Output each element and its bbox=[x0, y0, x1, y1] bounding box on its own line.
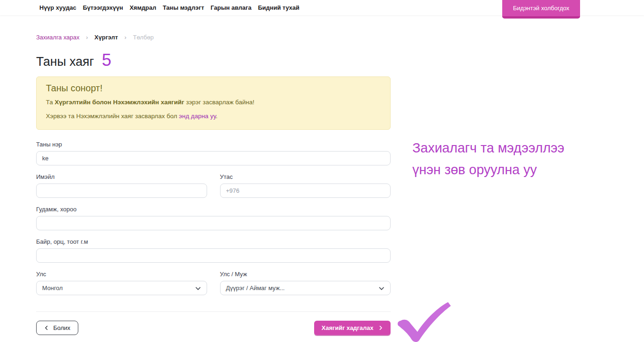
alert-line1-prefix: Та bbox=[46, 99, 55, 106]
province-select[interactable]: Дүүрэг / Аймаг муж... bbox=[220, 281, 391, 295]
alert-line2-period: . bbox=[216, 113, 218, 120]
street-field-group: Гудамж, хороо bbox=[36, 206, 391, 230]
step-number: 5 bbox=[102, 51, 112, 70]
cancel-button[interactable]: Болих bbox=[36, 321, 78, 335]
alert-line-2: Хэрвээ та Нэхэмжлэлийн хаяг засварлах бо… bbox=[46, 112, 381, 121]
country-field-group: Улс Монгол bbox=[36, 271, 207, 295]
breadcrumb-payment: Төлбөр bbox=[133, 34, 154, 41]
form-footer: Болих Хаягийг хадгалах bbox=[36, 311, 391, 335]
nav-item-about-us[interactable]: Бидний тухай bbox=[258, 4, 300, 11]
street-label: Гудамж, хороо bbox=[36, 206, 391, 213]
name-input[interactable] bbox=[36, 151, 391, 165]
orderer-instruction-text: Захиалагч та мэдээллээ үнэн зөв оруулна … bbox=[412, 137, 607, 181]
phone-field-group: Утас bbox=[220, 173, 391, 198]
address-form: Таны нэр Имэйл Утас Гудамж, хороо Байр, … bbox=[36, 141, 391, 335]
street-input[interactable] bbox=[36, 216, 391, 230]
nav-item-for-your-info[interactable]: Таны мэдлэгт bbox=[163, 4, 204, 11]
nav-item-products[interactable]: Бүтээгдэхүүн bbox=[83, 4, 123, 11]
contact-us-button[interactable]: Бидэнтэй холбогдох bbox=[502, 0, 580, 19]
email-input[interactable] bbox=[36, 184, 207, 198]
chevron-down-icon bbox=[379, 285, 385, 291]
building-field-group: Байр, орц, тоот г.м bbox=[36, 238, 391, 263]
country-selected-value: Монгол bbox=[42, 285, 63, 291]
chevron-down-icon bbox=[195, 285, 201, 291]
building-input[interactable] bbox=[36, 248, 391, 263]
name-label: Таны нэр bbox=[36, 141, 391, 148]
cancel-button-label: Болих bbox=[53, 324, 70, 331]
save-address-button[interactable]: Хаягийг хадгалах bbox=[314, 321, 391, 335]
breadcrumb: Захиалга харах › Хүргэлт › Төлбөр bbox=[36, 34, 391, 41]
chevron-left-icon bbox=[44, 325, 49, 330]
chevron-right-icon bbox=[378, 325, 383, 330]
notice-alert: Таны сонорт! Та Хүргэлтийн болон Нэхэмжл… bbox=[36, 76, 391, 130]
province-selected-value: Дүүрэг / Аймаг муж... bbox=[226, 285, 285, 291]
country-select[interactable]: Монгол bbox=[36, 281, 207, 295]
alert-line1-suffix: зэрэг засварлаж байна! bbox=[184, 99, 254, 106]
country-label: Улс bbox=[36, 271, 207, 278]
alert-line1-bold: Хүргэлтийн болон Нэхэмжлэхийн хаягийг bbox=[55, 99, 184, 106]
annotation-line-1: Захиалагч та мэдээллээ bbox=[412, 137, 607, 159]
name-field-group: Таны нэр bbox=[36, 141, 391, 165]
nav-item-manual[interactable]: Гарын авлага bbox=[211, 4, 252, 11]
page-title: Таны хаяг bbox=[36, 55, 94, 69]
email-field-group: Имэйл bbox=[36, 173, 207, 198]
nav-item-sale[interactable]: Хямдрал bbox=[130, 4, 157, 11]
main-content: Захиалга харах › Хүргэлт › Төлбөр Таны х… bbox=[36, 34, 391, 335]
title-row: Таны хаяг 5 bbox=[36, 51, 391, 70]
checkmark-icon bbox=[396, 301, 454, 342]
billing-address-edit-link[interactable]: энд дарна уу bbox=[179, 113, 216, 120]
breadcrumb-view-order[interactable]: Захиалга харах bbox=[36, 34, 80, 41]
phone-label: Утас bbox=[220, 173, 391, 180]
annotation-line-2: үнэн зөв оруулна уу bbox=[412, 159, 607, 181]
province-label: Улс / Муж bbox=[220, 271, 391, 278]
building-label: Байр, орц, тоот г.м bbox=[36, 238, 391, 245]
breadcrumb-delivery[interactable]: Хүргэлт bbox=[95, 34, 118, 41]
save-button-label: Хаягийг хадгалах bbox=[322, 324, 373, 331]
alert-line2-text: Хэрвээ та Нэхэмжлэлийн хаяг засварлах бо… bbox=[46, 113, 179, 120]
alert-line-1: Та Хүргэлтийн болон Нэхэмжлэхийн хаягийг… bbox=[46, 98, 381, 108]
nav-item-home[interactable]: Нүүр хуудас bbox=[39, 4, 76, 11]
breadcrumb-separator-icon: › bbox=[125, 34, 126, 41]
alert-heading: Таны сонорт! bbox=[46, 83, 381, 94]
phone-input[interactable] bbox=[220, 184, 391, 198]
breadcrumb-separator-icon: › bbox=[86, 34, 88, 41]
province-field-group: Улс / Муж Дүүрэг / Аймаг муж... bbox=[220, 271, 391, 295]
email-label: Имэйл bbox=[36, 173, 207, 180]
